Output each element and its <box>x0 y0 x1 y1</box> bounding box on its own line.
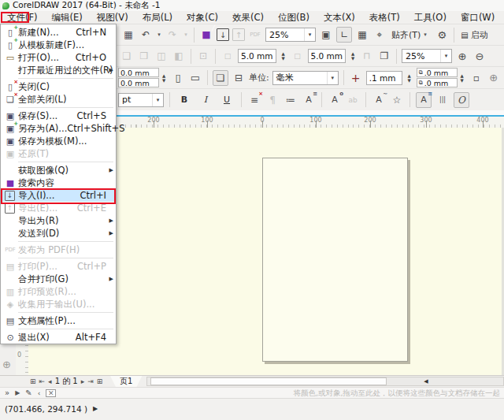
horizontal-scrollbar[interactable]: ◀ <box>146 377 504 386</box>
file-menu-item-25[interactable]: ▥打印预览(R)... <box>1 285 116 298</box>
corner-radius-x-field-stepper[interactable]: ▲▼ <box>280 49 287 63</box>
file-menu-item-3[interactable]: ▭打开(O)...Ctrl+O <box>1 51 116 64</box>
all-pages-icon[interactable]: ❏ <box>213 70 228 86</box>
file-menu-item-2[interactable]: ▯+从模板新建(F)... <box>1 39 116 51</box>
fancy-effects-icon[interactable]: ☆ <box>390 93 404 107</box>
zoom-level-combo-2[interactable]: 25%▾ <box>402 49 452 63</box>
simplify-icon[interactable]: ◧ <box>172 49 186 63</box>
file-menu-item-18[interactable]: 导出为(R)▶ <box>1 214 116 227</box>
grid-icon[interactable]: ▦ <box>355 28 369 42</box>
menubar-item-7[interactable]: 位图(B) <box>271 12 317 24</box>
duplicate-distance-fields-field-1[interactable]: ⧉.0 mm <box>417 68 458 77</box>
file-menu-item-4[interactable]: 打开最近用过的文件(R)▶ <box>1 64 116 76</box>
file-menu-item-19[interactable]: 发送到(D)▶ <box>1 227 116 240</box>
weld-icon[interactable]: ❑ <box>120 49 134 63</box>
corner-radius-icon-2[interactable]: □ <box>291 49 305 63</box>
options-gear-icon[interactable]: ⚙ <box>435 28 449 42</box>
pdf-icon[interactable]: PDF <box>248 28 262 42</box>
landscape-icon[interactable]: ▭ <box>188 71 202 85</box>
menubar-item-5[interactable]: 对象(C) <box>180 12 225 24</box>
nudge-offset-field-stepper[interactable]: ▲▼ <box>406 71 413 85</box>
guidelines-icon[interactable]: ⌖ <box>372 28 387 42</box>
character-formatting-icon[interactable]: Ao <box>328 93 342 107</box>
redo-dropdown-icon[interactable]: ▾ <box>183 28 189 42</box>
trim-icon[interactable]: ❒ <box>137 49 151 63</box>
collapse-arrow-icon[interactable]: ‹ <box>38 389 41 397</box>
text-style-icon[interactable]: ¶ <box>265 93 280 107</box>
horizontal-scrollbar-thumb[interactable] <box>150 377 387 385</box>
treat-as-filled-icon[interactable]: ▫ <box>469 71 484 85</box>
paste-icon[interactable]: ▦ <box>121 28 135 42</box>
file-menu-item-24[interactable]: 合并打印(G)▶ <box>1 273 116 285</box>
fullscreen-preview-icon[interactable]: ▣ <box>319 28 333 42</box>
page-size-fields-field-2[interactable]: 0.0 mm <box>118 78 159 87</box>
zoom-level-combo[interactable]: 25%▾ <box>265 28 316 42</box>
file-menu-item-23[interactable]: ▤打印(P)...Ctrl+P <box>1 260 116 273</box>
add-page-icon[interactable]: ⊞ <box>30 377 36 385</box>
add-plus-icon[interactable]: ⊕ <box>487 71 501 85</box>
current-page-icon[interactable]: ⊟ <box>232 71 246 85</box>
portrait-icon[interactable]: ▯ <box>171 71 185 85</box>
scroll-left-icon[interactable]: ◀ <box>421 377 431 385</box>
corner-radius-icon[interactable]: □ <box>220 49 235 63</box>
bold-button[interactable]: B <box>176 93 193 107</box>
prev-page-icon[interactable]: ◂ <box>48 377 52 385</box>
menubar-item-6[interactable]: 效果(C) <box>225 12 271 24</box>
drop-cap-icon[interactable]: A≡ <box>302 93 316 107</box>
columns-icon[interactable]: ||| <box>435 93 450 107</box>
menubar-item-10[interactable]: 工具(O) <box>407 12 454 24</box>
menubar-item-3[interactable]: 视图(V) <box>90 12 135 24</box>
overflow-chevrons-icon[interactable]: » <box>5 388 9 397</box>
file-menu-item-12[interactable]: ▣还原(T) <box>1 147 116 160</box>
duplicate-distance-fields-field-2[interactable]: ⧉.0 mm <box>417 78 458 87</box>
chevron-down-icon[interactable]: ▾ <box>327 72 338 84</box>
last-page-icon[interactable]: ⇥ <box>87 377 94 385</box>
flyout-arrow-icon[interactable]: ▶ <box>15 389 20 396</box>
bulleted-list-icon[interactable]: ≔ <box>284 93 298 107</box>
file-menu-item-11[interactable]: ▣保存为模板(M)... <box>1 135 116 147</box>
chevron-down-icon[interactable]: ▾ <box>440 50 451 62</box>
spell-assist-icon[interactable]: ab <box>346 93 360 107</box>
play-icon[interactable]: ▶ <box>93 405 98 412</box>
file-menu-item-26[interactable]: ◈收集用于输出(U)... <box>1 298 116 310</box>
menubar-item-8[interactable]: 文本(X) <box>317 12 362 24</box>
corner-radius-y-field-stepper[interactable]: ▲▼ <box>349 49 357 63</box>
file-menu-item-28[interactable]: ▤文档属性(P)... <box>1 314 116 327</box>
page-setup-icon[interactable]: ❐ <box>377 49 391 63</box>
menubar-item-2[interactable]: 编辑(E) <box>45 12 90 24</box>
undo-icon[interactable]: ↶ <box>139 28 153 42</box>
undo-dropdown-icon[interactable]: ▾ <box>156 28 162 42</box>
launch-button[interactable]: ▤启动 <box>459 28 489 42</box>
page-tab[interactable]: 页1 <box>110 376 142 387</box>
corner-radius-y-field[interactable]: 5.0 mm <box>308 49 346 63</box>
page-size-fields-field-1[interactable]: 0.0 mm <box>118 68 159 77</box>
chevron-down-icon[interactable]: ▾ <box>152 94 163 106</box>
drawing-page[interactable] <box>262 158 408 362</box>
import-icon[interactable]: ↓ <box>217 28 229 41</box>
search-content-icon[interactable]: ■╱ <box>199 28 213 42</box>
nudge-offset-field[interactable]: .1 mm <box>366 71 402 85</box>
zoom-out-icon[interactable]: ⊖ <box>472 49 487 63</box>
zoom-in-icon[interactable]: ⊕ <box>455 49 469 63</box>
edit-text-icon[interactable]: O <box>454 92 469 108</box>
menubar-item-11[interactable]: 窗口(W) <box>454 12 502 24</box>
add-page-icon-2[interactable]: ⊞ <box>97 377 103 385</box>
file-menu-item-7[interactable]: ❏×全部关闭(L) <box>1 93 116 106</box>
interactive-opentype-icon[interactable]: A~ <box>372 93 386 107</box>
italic-button[interactable]: I <box>197 93 214 107</box>
corner-style-icon[interactable]: ⊡ <box>196 49 210 63</box>
text-properties-icon[interactable]: A≡ <box>416 92 432 108</box>
duplicate-distance-fields-stepper[interactable]: ▲▼ <box>458 71 466 85</box>
file-menu-item-30[interactable]: ⊙退出(X)Alt+F4 <box>1 331 116 344</box>
chevron-down-icon[interactable]: ▾ <box>304 28 315 41</box>
nudge-offset-icon[interactable]: + <box>349 71 363 85</box>
snap-to-dropdown[interactable]: 贴齐(T)▾ <box>390 28 432 42</box>
menubar-item-9[interactable]: 表格(T) <box>362 12 407 24</box>
export-icon[interactable]: ↑ <box>232 28 245 41</box>
text-alignment-icon[interactable]: ≡× <box>247 93 261 107</box>
file-menu-item-15[interactable]: ■╱搜索内容 <box>1 177 116 189</box>
font-size-combo[interactable]: pt▾ <box>118 93 164 107</box>
lock-ratio-icon[interactable]: ⊓ <box>360 49 374 63</box>
eyedropper-icon[interactable]: ✎ <box>25 388 32 397</box>
units-combo[interactable]: 毫米▾ <box>272 71 339 85</box>
